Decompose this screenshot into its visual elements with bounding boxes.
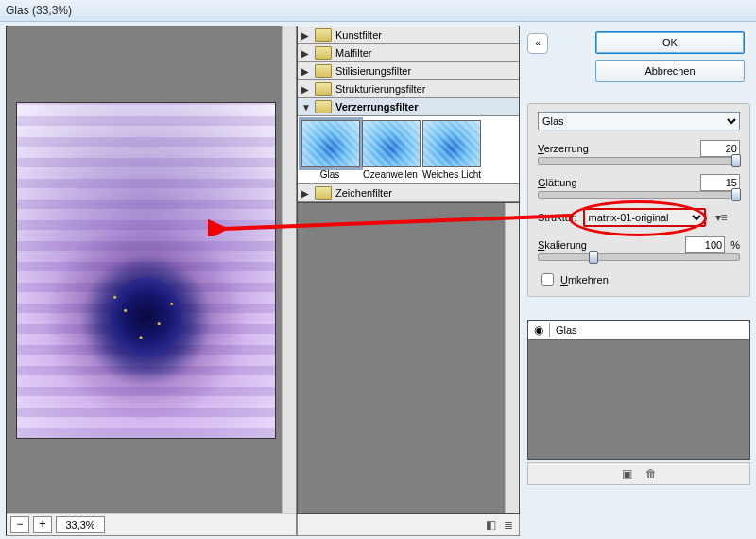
new-layer-icon[interactable]: ▣ <box>622 467 632 480</box>
verzerrung-label: Verzerrung <box>538 143 695 154</box>
tree-label: Malfilter <box>335 47 372 59</box>
thumb-image <box>422 120 481 167</box>
slider-knob[interactable] <box>731 188 741 201</box>
filter-thumb-weiches-licht[interactable]: Weiches Licht <box>422 120 479 180</box>
verzerrung-slider[interactable] <box>538 157 740 165</box>
double-chevron-icon: « <box>535 40 541 47</box>
effect-layer-name: Glas <box>550 324 577 336</box>
skalierung-slider[interactable] <box>538 253 740 261</box>
umkehren-label: Umkehren <box>560 274 609 286</box>
chevron-right-icon: ▶ <box>301 188 311 199</box>
thumb-image <box>362 120 421 167</box>
view-thumb-icon[interactable]: ◧ <box>486 518 496 531</box>
tree-label: Zeichenfilter <box>335 187 392 199</box>
zoom-out-button[interactable]: − <box>10 516 29 533</box>
thumb-image <box>301 120 360 167</box>
button-label: Abbrechen <box>644 65 695 77</box>
umkehren-input[interactable] <box>541 273 554 286</box>
chevron-down-icon: ▼ <box>301 102 311 113</box>
tree-label: Verzerrungsfilter <box>335 101 418 113</box>
filter-footer: ◧ ≣ <box>297 514 520 536</box>
skalierung-unit: % <box>730 239 740 251</box>
folder-icon <box>315 186 332 200</box>
thumb-label: Weiches Licht <box>422 169 479 180</box>
active-filter-select[interactable]: Glas <box>538 112 740 130</box>
tree-label: Stilisierungsfilter <box>335 65 411 77</box>
zoom-in-button[interactable]: + <box>33 516 52 533</box>
window-title: Glas (33,3%) <box>6 4 72 17</box>
zoom-value[interactable]: 33,3% <box>56 516 105 533</box>
cancel-button[interactable]: Abbrechen <box>595 60 745 82</box>
filter-tree: ▶Kunstfilter ▶Malfilter ▶Stilisierungsfi… <box>297 26 520 203</box>
folder-icon <box>315 82 332 96</box>
tree-item-malfilter[interactable]: ▶Malfilter <box>298 44 519 62</box>
folder-icon <box>315 64 332 78</box>
preview-panel: − + 33,3% <box>6 26 297 536</box>
tree-item-zeichenfilter[interactable]: ▶Zeichenfilter <box>298 184 519 202</box>
tree-item-kunstfilter[interactable]: ▶Kunstfilter <box>298 26 519 44</box>
button-label: OK <box>662 37 678 48</box>
struktur-label: Struktur: <box>538 212 577 223</box>
filter-tree-panel: ▶Kunstfilter ▶Malfilter ▶Stilisierungsfi… <box>297 26 520 536</box>
glaettung-label: Glättung <box>538 177 695 188</box>
folder-icon <box>315 100 332 113</box>
preview-canvas-area[interactable] <box>7 26 296 513</box>
filter-thumb-glas[interactable]: Glas <box>301 120 358 180</box>
visibility-eye-icon[interactable]: ◉ <box>528 323 550 337</box>
title-bar: Glas (33,3%) <box>0 0 756 22</box>
skalierung-input[interactable] <box>685 236 725 253</box>
thumb-label: Ozeanwellen <box>362 169 419 180</box>
struktur-menu-icon[interactable]: ▾≡ <box>715 211 728 224</box>
slider-knob[interactable] <box>589 251 598 264</box>
view-list-icon[interactable]: ≣ <box>504 518 513 531</box>
collapse-toggle[interactable]: « <box>527 33 548 54</box>
thumb-label: Glas <box>301 169 358 180</box>
effect-layers-footer: ▣ 🗑 <box>527 462 750 485</box>
tree-item-strukturierungsfilter[interactable]: ▶Strukturierungsfilter <box>298 80 519 98</box>
tree-item-stilisierungsfilter[interactable]: ▶Stilisierungsfilter <box>298 62 519 80</box>
umkehren-checkbox[interactable]: Umkehren <box>538 270 740 288</box>
folder-icon <box>315 28 332 42</box>
slider-knob[interactable] <box>731 154 741 167</box>
tree-item-verzerrungsfilter[interactable]: ▼Verzerrungsfilter <box>298 98 519 116</box>
chevron-right-icon: ▶ <box>301 84 311 95</box>
filter-tree-empty-area <box>297 203 520 514</box>
filter-thumb-ozeanwellen[interactable]: Ozeanwellen <box>362 120 419 180</box>
skalierung-label: Skalierung <box>538 239 679 251</box>
chevron-right-icon: ▶ <box>301 30 311 41</box>
ok-button[interactable]: OK <box>595 31 745 54</box>
settings-panel: « OK Abbrechen Glas Verzerrung Glättung <box>520 22 756 539</box>
preview-footer: − + 33,3% <box>7 513 296 535</box>
chevron-right-icon: ▶ <box>301 66 311 77</box>
glaettung-slider[interactable] <box>538 191 740 199</box>
tree-label: Kunstfilter <box>335 29 382 41</box>
preview-image <box>16 102 276 439</box>
delete-layer-icon[interactable]: 🗑 <box>645 467 657 480</box>
filter-thumbnail-strip: Glas Ozeanwellen Weiches Licht <box>298 116 519 184</box>
effect-layer-row[interactable]: ◉ Glas <box>528 321 749 340</box>
effect-layers-list: ◉ Glas <box>527 320 750 460</box>
tree-label: Strukturierungsfilter <box>335 83 425 95</box>
chevron-right-icon: ▶ <box>301 48 311 59</box>
folder-icon <box>315 46 332 60</box>
struktur-select[interactable]: matrix-01-original <box>583 208 706 227</box>
